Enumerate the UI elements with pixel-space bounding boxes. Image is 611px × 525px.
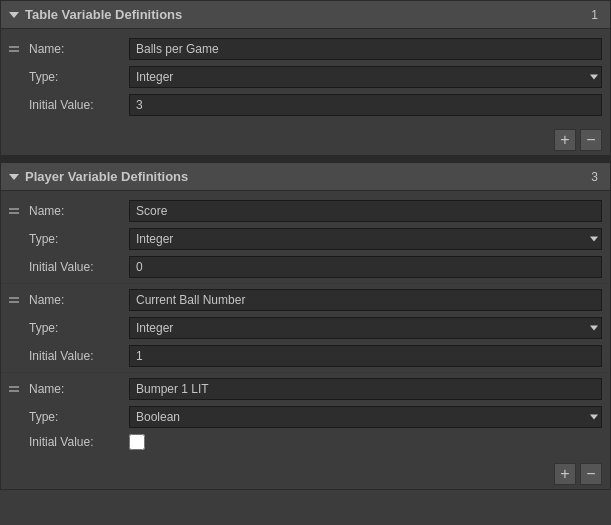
player-expand-icon	[9, 174, 19, 180]
player-1-type-select-wrapper: Integer Boolean Float String	[129, 317, 602, 339]
table-type-select[interactable]: Integer Boolean Float String	[129, 66, 602, 88]
player-1-name-label: Name:	[29, 293, 129, 307]
table-section-title: Table Variable Definitions	[25, 7, 591, 22]
player-1-type-select[interactable]: Integer Boolean Float String	[129, 317, 602, 339]
player-variable-entry-2: Name: Type: Integer Boolean Float String	[1, 373, 610, 455]
player-2-initialvalue-row: Initial Value:	[1, 431, 610, 453]
player-remove-button[interactable]: −	[580, 463, 602, 485]
player-2-initialvalue-checkbox[interactable]	[129, 434, 145, 450]
player-2-type-select-wrapper: Integer Boolean Float String	[129, 406, 602, 428]
player-0-type-select-wrapper: Integer Boolean Float String	[129, 228, 602, 250]
player-1-initialvalue-row: Initial Value:	[1, 342, 610, 370]
drag-handle[interactable]	[9, 46, 25, 52]
table-type-row: Type: Integer Boolean Float String	[1, 63, 610, 91]
drag-handle-p0[interactable]	[9, 208, 25, 214]
player-2-type-select[interactable]: Integer Boolean Float String	[129, 406, 602, 428]
player-section-title: Player Variable Definitions	[25, 169, 591, 184]
table-name-input[interactable]	[129, 38, 602, 60]
player-0-name-label: Name:	[29, 204, 129, 218]
player-0-initialvalue-label: Initial Value:	[29, 260, 129, 274]
player-1-type-row: Type: Integer Boolean Float String	[1, 314, 610, 342]
table-add-button[interactable]: +	[554, 129, 576, 151]
table-section-header[interactable]: Table Variable Definitions 1	[1, 1, 610, 29]
table-initialvalue-label: Initial Value:	[29, 98, 129, 112]
table-type-label: Type:	[29, 70, 129, 84]
player-add-button[interactable]: +	[554, 463, 576, 485]
player-section-body: Name: Type: Integer Boolean Float String	[1, 191, 610, 459]
player-2-type-label: Type:	[29, 410, 129, 424]
player-1-type-label: Type:	[29, 321, 129, 335]
player-variable-entry-1: Name: Type: Integer Boolean Float String	[1, 284, 610, 373]
player-0-initialvalue-input[interactable]	[129, 256, 602, 278]
player-0-name-input[interactable]	[129, 200, 602, 222]
table-footer-buttons: + −	[1, 125, 610, 155]
player-2-name-label: Name:	[29, 382, 129, 396]
drag-handle-p2[interactable]	[9, 386, 25, 392]
table-variable-entry: Name: Type: Integer Boolean Float String	[1, 33, 610, 121]
player-section-header[interactable]: Player Variable Definitions 3	[1, 163, 610, 191]
table-variable-definitions-panel: Table Variable Definitions 1 Name: Type:…	[0, 0, 611, 156]
player-1-name-row: Name:	[1, 286, 610, 314]
player-0-initialvalue-row: Initial Value:	[1, 253, 610, 281]
player-0-type-select[interactable]: Integer Boolean Float String	[129, 228, 602, 250]
table-remove-button[interactable]: −	[580, 129, 602, 151]
player-1-name-input[interactable]	[129, 289, 602, 311]
table-initialvalue-input[interactable]	[129, 94, 602, 116]
player-2-initialvalue-label: Initial Value:	[29, 435, 129, 449]
player-footer-buttons: + −	[1, 459, 610, 489]
player-0-type-label: Type:	[29, 232, 129, 246]
table-section-body: Name: Type: Integer Boolean Float String	[1, 29, 610, 125]
player-variable-definitions-panel: Player Variable Definitions 3 Name: Type…	[0, 162, 611, 490]
player-2-type-row: Type: Integer Boolean Float String	[1, 403, 610, 431]
player-2-name-input[interactable]	[129, 378, 602, 400]
table-type-select-wrapper: Integer Boolean Float String	[129, 66, 602, 88]
player-1-initialvalue-input[interactable]	[129, 345, 602, 367]
player-1-initialvalue-label: Initial Value:	[29, 349, 129, 363]
player-variable-entry-0: Name: Type: Integer Boolean Float String	[1, 195, 610, 284]
table-section-count: 1	[591, 8, 598, 22]
player-2-name-row: Name:	[1, 375, 610, 403]
table-name-label: Name:	[29, 42, 129, 56]
player-section-count: 3	[591, 170, 598, 184]
table-name-row: Name:	[1, 35, 610, 63]
table-expand-icon	[9, 12, 19, 18]
player-0-name-row: Name:	[1, 197, 610, 225]
player-0-type-row: Type: Integer Boolean Float String	[1, 225, 610, 253]
table-initialvalue-row: Initial Value:	[1, 91, 610, 119]
drag-handle-p1[interactable]	[9, 297, 25, 303]
